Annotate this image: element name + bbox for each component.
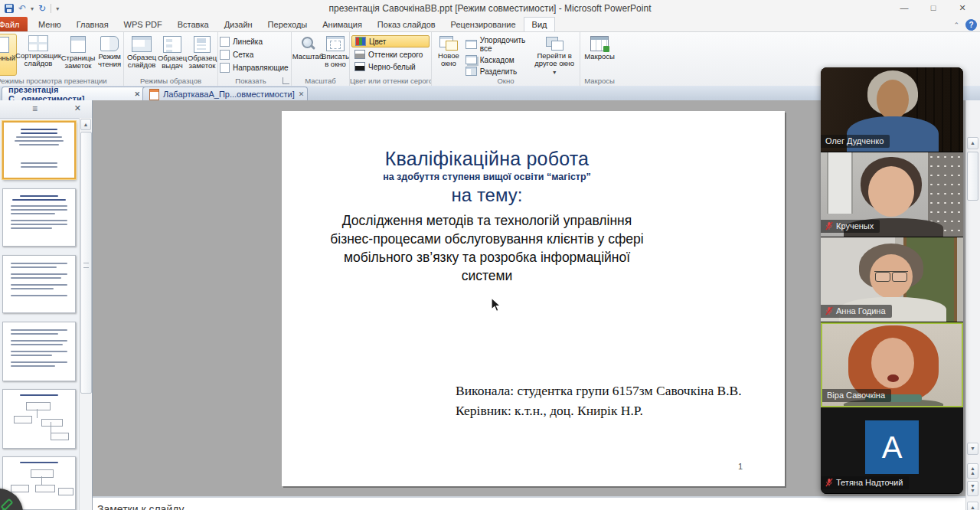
tab-slideshow[interactable]: Показ слайдов <box>370 17 443 31</box>
participant-tile-4-speaking[interactable]: Віра Савочкіна <box>821 322 963 407</box>
participant-tile-5[interactable]: А Тетяна Надточий <box>821 407 963 494</box>
participant-tile-1[interactable]: Олег Дудченко <box>821 67 963 152</box>
maximize-button[interactable]: □ <box>919 0 948 15</box>
participant-tile-2[interactable]: Крученых <box>821 152 963 237</box>
tab-wps-pdf[interactable]: WPS PDF <box>116 17 170 31</box>
fit-to-window-icon <box>326 36 345 51</box>
slide-master-button[interactable]: Образец слайдов <box>126 34 158 76</box>
close-button[interactable]: ✕ <box>948 0 977 15</box>
tab-menu[interactable]: Меню <box>31 17 69 31</box>
slide-thumbnail-3[interactable] <box>2 255 76 313</box>
tab-file[interactable]: Файл <box>0 17 28 31</box>
fit-to-window-button[interactable]: Вписать в окно <box>322 34 348 76</box>
slide-sorter-button[interactable]: Сортировщик слайдов <box>17 34 60 76</box>
slide-editor[interactable]: Кваліфікаційна робота на здобуття ступен… <box>282 111 785 486</box>
zoom-button[interactable]: Масштаб <box>293 34 322 76</box>
next-slide-icon[interactable]: ▼▼ <box>967 481 978 496</box>
split-label: Разделить <box>480 67 517 76</box>
split-button[interactable]: Разделить <box>464 67 531 76</box>
ruler-checkbox[interactable]: Линейка <box>220 37 289 47</box>
group-macros: Макросы Макросы <box>580 32 619 86</box>
title-bar: ↶ ▾ ↻ ▾ презентація СавочкінаВВ.ppt [Реж… <box>0 0 980 17</box>
tab-animation[interactable]: Анимация <box>315 17 370 31</box>
avatar-letter: А <box>882 430 903 465</box>
color-label: Цвет <box>369 38 386 46</box>
slide-thumbnail-2[interactable] <box>2 188 76 247</box>
cascade-button[interactable]: Каскадом <box>464 55 531 64</box>
grayscale-label: Оттенки серого <box>368 51 423 59</box>
tab-view[interactable]: Вид <box>524 17 556 31</box>
fit-to-window-label: Вписать в окно <box>322 53 349 68</box>
group-label-color: Цвет или оттенки серого <box>350 77 431 85</box>
tab-transitions[interactable]: Переходы <box>260 17 315 31</box>
tab-home[interactable]: Главная <box>69 17 116 31</box>
slides-tab-icon[interactable]: ≡ <box>32 104 38 113</box>
thumbnails-scrollbar[interactable]: ▲ <box>79 118 92 510</box>
switch-window-button[interactable]: Перейти в другое окно ▾ <box>531 34 578 76</box>
notes-pane[interactable]: Заметки к слайду <box>93 496 966 510</box>
document-tab-other[interactable]: ЛабарткаваА_Пр...овместимости] ✕ <box>142 87 308 101</box>
tab-design[interactable]: Дизайн <box>217 17 260 31</box>
participant-name-tag: Анна Година <box>821 305 892 318</box>
thumbnails-scroll-thumb[interactable] <box>80 132 92 394</box>
tab-review[interactable]: Рецензирование <box>443 17 524 31</box>
participant-name-tag: Крученых <box>821 220 880 233</box>
grayscale-button[interactable]: Оттенки серого <box>351 49 430 60</box>
group-label-view-modes: Режимы просмотра презентации <box>0 77 123 85</box>
notes-master-label: Образец заметок <box>188 54 217 70</box>
muted-mic-icon <box>825 478 833 487</box>
normal-view-button[interactable]: Обычный <box>0 34 17 76</box>
switch-window-icon <box>545 36 564 51</box>
scroll-up-icon[interactable]: ▲ <box>967 137 978 149</box>
guides-checkbox-box[interactable] <box>220 63 230 73</box>
guides-checkbox[interactable]: Направляющие <box>220 63 289 73</box>
main-scrollbar[interactable]: ▲ ▼ ▲▲ ▼▼ ▲ <box>965 100 980 510</box>
participant-tile-3[interactable]: Анна Година <box>821 237 963 322</box>
black-white-button[interactable]: Черно-белый <box>351 61 430 72</box>
slides-panel-close-icon[interactable]: ✕ <box>74 103 81 113</box>
ribbon-tab-row: Файл Меню Главная WPS PDF Вставка Дизайн… <box>0 17 980 32</box>
participant-name: Олег Дудченко <box>825 136 884 145</box>
group-label-macros: Макросы <box>580 77 619 85</box>
handout-master-button[interactable]: Образец выдач <box>158 34 187 76</box>
notes-master-button[interactable]: Образец заметок <box>187 34 217 76</box>
slide-title-block: Кваліфікаційна робота на здобуття ступен… <box>289 148 684 285</box>
scroll-down-icon[interactable]: ▼ <box>967 443 978 455</box>
arrange-all-button[interactable]: Упорядочить все <box>464 36 531 53</box>
tab-insert[interactable]: Вставка <box>170 17 217 31</box>
new-window-button[interactable]: Новое окно <box>433 34 464 76</box>
scroll-thumb[interactable] <box>967 152 978 201</box>
minimize-button[interactable]: — <box>890 0 919 15</box>
document-tab-current[interactable]: презентація С...овместимости] ✕ <box>2 87 147 101</box>
previous-slide-icon[interactable]: ▲▲ <box>967 463 978 479</box>
color-icon <box>355 37 366 46</box>
ruler-checkbox-box[interactable] <box>220 37 230 47</box>
slide-thumbnail-4[interactable] <box>2 322 76 381</box>
grid-checkbox-box[interactable] <box>220 50 230 60</box>
help-icon[interactable]: ? <box>965 19 977 31</box>
macros-button[interactable]: Макросы <box>582 34 617 76</box>
mouse-cursor <box>490 297 501 313</box>
reading-view-button[interactable]: Режим чтения <box>96 34 122 76</box>
normal-view-icon <box>0 37 9 53</box>
muted-mic-icon <box>825 306 833 315</box>
document-tab-other-close-icon[interactable]: ✕ <box>299 90 305 98</box>
collapse-ribbon-icon[interactable]: ⌃ <box>953 21 959 29</box>
grid-checkbox[interactable]: Сетка <box>220 50 289 60</box>
new-window-label: Новое окно <box>435 52 462 67</box>
thumbnails-scroll-up-icon[interactable]: ▲ <box>80 119 91 130</box>
window-title: презентація СавочкінаВВ.ppt [Режим совме… <box>0 3 980 14</box>
slide-thumbnail-1[interactable] <box>2 121 76 179</box>
participant-name: Анна Година <box>836 306 886 315</box>
reading-view-icon <box>100 36 119 51</box>
document-tab-current-close-icon[interactable]: ✕ <box>134 90 140 98</box>
show-dialog-launcher-icon[interactable] <box>283 77 289 84</box>
notes-scroll-up-icon[interactable]: ▲ <box>967 502 978 510</box>
black-white-icon <box>354 62 365 71</box>
notes-page-button[interactable]: Страницы заметок <box>60 34 96 76</box>
participant-figure <box>874 271 908 281</box>
participant-name-tag: Олег Дудченко <box>821 135 890 148</box>
cascade-label: Каскадом <box>480 56 514 64</box>
color-button[interactable]: Цвет <box>351 35 430 47</box>
slide-thumbnail-5[interactable] <box>2 389 76 449</box>
